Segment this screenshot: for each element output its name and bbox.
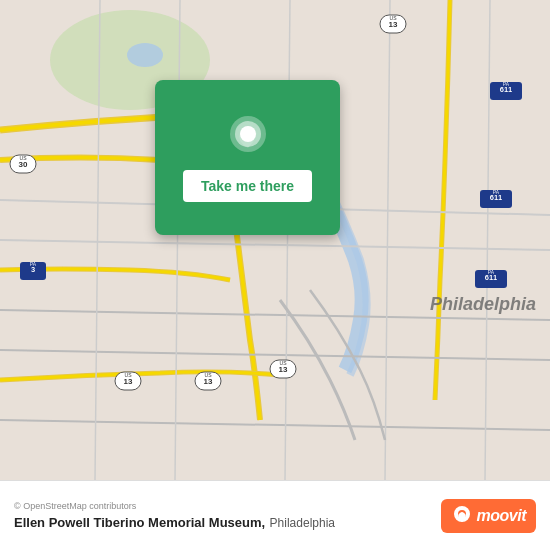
place-info: Ellen Powell Tiberino Memorial Museum, P…	[14, 513, 335, 531]
map-background: 76 I 13 US 13 US 13 US 13 US 30 US 13 US…	[0, 0, 550, 480]
svg-text:US: US	[205, 372, 213, 378]
place-name: Ellen Powell Tiberino Memorial Museum,	[14, 515, 265, 530]
map-container: 76 I 13 US 13 US 13 US 13 US 30 US 13 US…	[0, 0, 550, 480]
location-pin-icon	[224, 114, 272, 162]
bottom-bar: © OpenStreetMap contributors Ellen Powel…	[0, 480, 550, 550]
svg-text:PA: PA	[30, 261, 37, 267]
svg-text:13: 13	[204, 377, 213, 386]
svg-text:PA: PA	[493, 189, 500, 195]
svg-text:US: US	[280, 360, 288, 366]
place-city: Philadelphia	[270, 516, 335, 530]
svg-text:US: US	[20, 155, 28, 161]
location-card: Take me there	[155, 80, 340, 235]
moovit-text: moovit	[477, 507, 526, 525]
svg-text:PA: PA	[503, 81, 510, 87]
svg-text:13: 13	[389, 20, 398, 29]
take-me-there-button[interactable]: Take me there	[183, 170, 312, 202]
moovit-pin-icon	[451, 505, 473, 527]
moovit-logo[interactable]: moovit	[441, 499, 536, 533]
svg-text:13: 13	[124, 377, 133, 386]
svg-text:Philadelphia: Philadelphia	[430, 294, 536, 314]
bottom-left-info: © OpenStreetMap contributors Ellen Powel…	[14, 501, 335, 531]
svg-point-2	[127, 43, 163, 67]
svg-text:US: US	[390, 15, 398, 21]
svg-text:13: 13	[279, 365, 288, 374]
svg-text:US: US	[125, 372, 133, 378]
svg-text:PA: PA	[488, 269, 495, 275]
svg-text:30: 30	[19, 160, 28, 169]
copyright-text: © OpenStreetMap contributors	[14, 501, 335, 511]
